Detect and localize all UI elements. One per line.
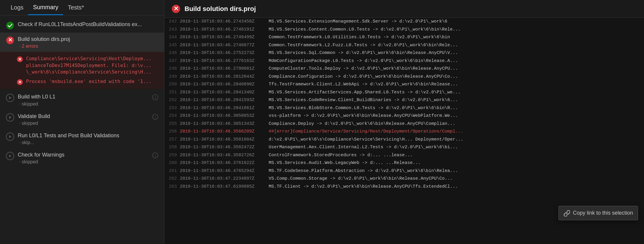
log-timestamp: 2018-11-30T16:03:46.3581604Z (180, 136, 269, 144)
info-icon-3: i (152, 152, 158, 160)
log-row[interactable]: 2502018-11-30T16:03:46.2840890ZTfs.TestF… (164, 81, 644, 89)
log-linenum: 253 (164, 104, 180, 112)
log-linenum: 249 (164, 73, 180, 81)
svg-text:✕: ✕ (174, 5, 179, 12)
log-message: ControlFramework.StoredProcedures -> d:.… (269, 151, 644, 160)
log-row[interactable]: 2532018-11-30T16:03:46.2841861ZMS.VS.Ser… (164, 104, 644, 112)
log-timestamp: 2018-11-30T16:03:46.2841593Z (180, 96, 269, 104)
log-message: MS.VS.Services.Sql.Common -> d:\v2.0\P1\… (269, 49, 644, 57)
log-timestamp: 2018-11-30T16:03:46.2743458Z (180, 18, 269, 26)
log-timestamp: 2018-11-30T16:03:46.3582472Z (180, 143, 269, 151)
log-timestamp: 2018-11-30T16:03:46.2746499Z (180, 34, 269, 42)
log-row[interactable]: 2432018-11-30T16:03:46.2746191ZMS.VS.Ser… (164, 26, 644, 34)
log-timestamp: 2018-11-30T16:03:46.3566209Z (180, 128, 269, 136)
log-message: MS.VS.Services.CodeReview.Client_BuildBi… (269, 96, 644, 104)
error-message-1: Compliance\Service\Servicing\Host\Deploy… (26, 55, 152, 75)
svg-text:✕: ✕ (18, 80, 22, 84)
log-row[interactable]: 2612018-11-30T16:03:46.4765294ZMS.TF.Cod… (164, 167, 644, 175)
log-linenum: 243 (164, 26, 180, 34)
log-row[interactable]: 2472018-11-30T16:03:46.2776163ZMdmConfig… (164, 57, 644, 65)
log-message: MS.TF.CodeSense.Platform.Abstraction -> … (269, 167, 644, 175)
log-timestamp: 2018-11-30T16:03:46.3051343Z (180, 120, 269, 128)
log-message: MS.VS.Services.BlobStore.Common.L0.Tests… (269, 104, 644, 112)
log-row[interactable]: 2512018-11-30T16:03:46.2841340ZMS.VS.Ser… (164, 89, 644, 97)
step-build-solution[interactable]: ✕ Build solution dirs.proj · 2 errors (0, 33, 164, 52)
log-linenum: 242 (164, 18, 180, 26)
step-run-tests[interactable]: Run L0/L1 Tests and Post Build Validatio… (0, 129, 164, 148)
log-row[interactable]: 2522018-11-30T16:03:46.2841593ZMS.VS.Ser… (164, 96, 644, 104)
step-build-l0l1[interactable]: Build with L0 L1 · skipped i (0, 90, 164, 109)
step-check-warnings[interactable]: Check for Warnings · skipped i (0, 148, 164, 168)
svg-marker-18 (9, 154, 12, 157)
log-row[interactable]: 2562018-11-30T16:03:46.3566209Z##[error]… (164, 128, 644, 136)
steps-list: Check if RunL0L1TestsAndPostBuildValidat… (0, 15, 164, 244)
errors-block: ✕ Compliance\Service\Servicing\Host\Depl… (0, 52, 164, 89)
svg-point-0 (6, 22, 14, 29)
log-row[interactable]: 2552018-11-30T16:03:46.3051343ZComplianc… (164, 120, 644, 128)
log-row[interactable]: 2442018-11-30T16:03:46.2746499ZCommon.Te… (164, 34, 644, 42)
log-message: VS.Comp.Common.Storage -> d:\v2.0\P1\_wo… (269, 175, 644, 183)
log-linenum: 254 (164, 112, 180, 120)
log-body[interactable]: 2422018-11-30T16:03:46.2743458ZMS.VS.Ser… (164, 18, 644, 244)
log-row[interactable]: 2632018-11-30T16:03:47.6199885ZMS.TF.Cli… (164, 183, 644, 191)
log-timestamp: 2018-11-30T16:03:46.2776163Z (180, 57, 269, 65)
log-timestamp: 2018-11-30T16:03:46.2841861Z (180, 104, 269, 112)
log-linenum: 251 (164, 89, 180, 97)
log-linenum: 247 (164, 57, 180, 65)
log-linenum: 257 (164, 136, 180, 144)
info-icon: i (152, 94, 158, 101)
error-icon-sm: ✕ (17, 56, 23, 63)
step-meta-run-tests: · skip... (18, 140, 158, 145)
step-title: Check if RunL0L1TestsAndPostBuildValidat… (18, 21, 158, 28)
error-item-2: ✕ Process 'msbuild.exe' exited with code… (17, 78, 159, 85)
log-timestamp: 2018-11-30T16:03:46.2812044Z (180, 73, 269, 81)
step-meta: · skipped (18, 101, 152, 107)
log-message: MdmConfigurationPackage.L0.Tests -> d:\v… (269, 57, 644, 65)
step-validate-build[interactable]: Validate Build · skipped i (0, 110, 164, 129)
log-message: d:\v2.0\P1\_work\6\s\Compliance\Service\… (269, 136, 644, 144)
log-timestamp: 2018-11-30T16:03:46.3050853Z (180, 112, 269, 120)
svg-text:i: i (155, 153, 156, 157)
log-row[interactable]: 2422018-11-30T16:03:46.2743458ZMS.VS.Ser… (164, 18, 644, 26)
log-row[interactable]: 2582018-11-30T16:03:46.3582472ZUserManag… (164, 143, 644, 151)
step-title-validate: Validate Build (18, 113, 152, 120)
log-linenum: 245 (164, 42, 180, 50)
tabs-bar: Logs Summary Tests* (0, 0, 164, 15)
log-row[interactable]: 2462018-11-30T16:03:46.2752273ZMS.VS.Ser… (164, 49, 644, 57)
log-row[interactable]: 2492018-11-30T16:03:46.2812044ZComplianc… (164, 73, 644, 81)
log-message: UserManagement.Aex.Client.Internal.L2.Te… (269, 143, 644, 151)
step-check-run[interactable]: Check if RunL0L1TestsAndPostBuildValidat… (0, 18, 164, 33)
log-message: Common.TestFramework.L0.Utilities.L0.Tes… (269, 34, 644, 42)
log-row[interactable]: 2592018-11-30T16:03:46.3582726ZControlFr… (164, 151, 644, 160)
tab-logs[interactable]: Logs (6, 0, 28, 15)
skip-icon-4 (6, 152, 14, 160)
tab-tests[interactable]: Tests* (63, 0, 89, 15)
log-row[interactable]: 2452018-11-30T16:03:46.2746877ZCommon.Te… (164, 42, 644, 50)
log-message: Tfs.TestFramework.Client.L2.WebApi -> d:… (269, 81, 644, 89)
skip-icon-3 (6, 133, 14, 141)
log-linenum: 256 (164, 128, 180, 136)
log-message: MS.VS.Services.Audit.Web.LegacyWeb -> d:… (269, 159, 644, 167)
log-timestamp: 2018-11-30T16:03:46.2746191Z (180, 26, 269, 34)
copy-link-label[interactable]: Copy link to this selection (573, 209, 633, 217)
log-timestamp: 2018-11-30T16:03:46.4765294Z (180, 167, 269, 175)
log-row[interactable]: 2542018-11-30T16:03:46.3050853Zvss-platf… (164, 112, 644, 120)
log-message: MS.VS.Services.ArtifactServices.App.Shar… (269, 89, 644, 97)
log-row[interactable]: 2572018-11-30T16:03:46.3581604Zd:\v2.0\P… (164, 136, 644, 144)
log-row[interactable]: 2602018-11-30T16:03:46.3761622ZMS.VS.Ser… (164, 159, 644, 167)
error-message-2: Process 'msbuild.exe' exited with code '… (26, 78, 152, 85)
log-linenum: 259 (164, 151, 180, 160)
log-timestamp: 2018-11-30T16:03:46.3582726Z (180, 151, 269, 160)
skip-icon (6, 94, 14, 102)
tab-summary[interactable]: Summary (28, 0, 63, 15)
log-timestamp: 2018-11-30T16:03:46.3761622Z (180, 159, 269, 167)
log-row[interactable]: 2622018-11-30T16:03:47.2234897ZVS.Comp.C… (164, 175, 644, 183)
log-header: ✕ Build solution dirs.proj (164, 0, 644, 18)
log-linenum: 255 (164, 120, 180, 128)
step-title: Build solution dirs.proj (18, 36, 158, 43)
log-message: ##[error]Compliance/Service/Servicing/Ho… (269, 128, 644, 136)
step-title-run-tests: Run L0/L1 Tests and Post Build Validatio… (18, 132, 158, 139)
copy-link-popup[interactable]: Copy link to this selection (558, 206, 638, 220)
log-row[interactable]: 2482018-11-30T16:03:46.2790081ZComputeCl… (164, 65, 644, 73)
svg-text:✕: ✕ (18, 57, 22, 62)
